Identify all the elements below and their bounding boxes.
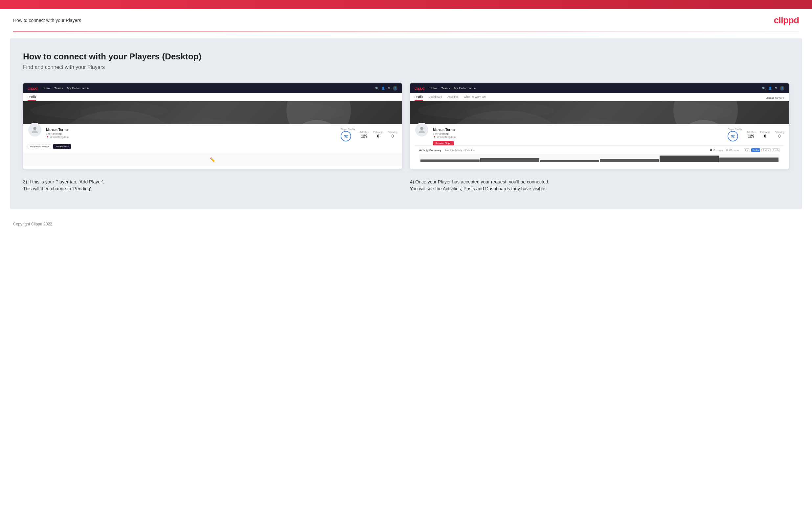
activity-summary: Activity Summary Monthly Activity - 6 Mo… bbox=[414, 146, 784, 165]
main-content: How to connect with your Players (Deskto… bbox=[10, 39, 802, 209]
caption-left-text: 3) If this is your Player tap, 'Add Play… bbox=[23, 178, 402, 192]
offcourse-legend-label: Off course bbox=[729, 149, 739, 151]
filter-1yr[interactable]: 1 yr bbox=[744, 148, 750, 152]
activities-label-left: Activities bbox=[360, 131, 369, 133]
main-subtitle: Find and connect with your Players bbox=[23, 64, 789, 70]
following-value-left: 0 bbox=[388, 134, 398, 138]
oncourse-legend-dot bbox=[710, 149, 712, 151]
quality-stat-right: Player Quality 92 bbox=[727, 128, 742, 142]
caption-right-text: 4) Once your Player has accepted your re… bbox=[410, 178, 789, 192]
svg-point-6 bbox=[673, 101, 738, 124]
activities-label-right: Activities bbox=[747, 131, 756, 133]
nav-performance-left: My Performance bbox=[67, 87, 89, 90]
tab-dashboard-right[interactable]: Dashboard bbox=[428, 95, 442, 101]
nav-home-left: Home bbox=[42, 87, 50, 90]
avatar-left bbox=[28, 123, 42, 137]
activity-chart bbox=[419, 154, 780, 162]
add-player-button[interactable]: Add Player + bbox=[53, 144, 71, 149]
chart-bar-3 bbox=[540, 160, 599, 162]
nav-teams-right: Teams bbox=[441, 87, 450, 90]
tab-activities-right[interactable]: Activities bbox=[447, 95, 459, 101]
app-navbar-right: clippd Home Teams My Performance 🔍 👤 ⚙ 👤 bbox=[410, 83, 789, 93]
profile-row-left: Marcus Turner 1-5 Handicap 📍 United King… bbox=[28, 128, 398, 142]
nav-home-right: Home bbox=[429, 87, 437, 90]
tabs-group-right: Profile Dashboard Activities What To Wor… bbox=[414, 95, 486, 101]
oncourse-legend-label: On course bbox=[713, 149, 723, 151]
quality-label-right: Player Quality bbox=[727, 128, 742, 130]
tab-whattoon-right[interactable]: What To Work On bbox=[464, 95, 486, 101]
nav-performance-right: My Performance bbox=[454, 87, 476, 90]
offcourse-legend-dot bbox=[726, 149, 728, 151]
activity-header: Activity Summary Monthly Activity - 6 Mo… bbox=[419, 148, 780, 152]
player-handicap-right: 1-5 Handicap bbox=[433, 132, 721, 135]
activities-value-left: 129 bbox=[360, 134, 369, 138]
svg-point-2 bbox=[287, 101, 351, 124]
action-buttons-left: Request to Follow Add Player + bbox=[28, 144, 398, 149]
player-info-left: Marcus Turner 1-5 Handicap 📍 United King… bbox=[46, 128, 334, 138]
captions-row: 3) If this is your Player tap, 'Add Play… bbox=[23, 178, 789, 192]
request-follow-button[interactable]: Request to Follow bbox=[28, 144, 51, 149]
player-name-left: Marcus Turner bbox=[46, 128, 334, 131]
activities-stat-right: Activities 129 bbox=[747, 131, 756, 138]
profile-banner-right bbox=[410, 101, 789, 124]
header-divider bbox=[13, 32, 799, 32]
chart-bar-4 bbox=[600, 159, 659, 162]
filter-3mths[interactable]: 3 mths bbox=[761, 148, 771, 152]
chevron-down-icon: ▾ bbox=[783, 97, 784, 100]
svg-point-3 bbox=[33, 127, 36, 130]
app-nav-icons-right: 🔍 👤 ⚙ 👤 bbox=[762, 86, 784, 91]
chart-bar-2 bbox=[480, 158, 539, 162]
followers-value-right: 0 bbox=[760, 134, 770, 138]
followers-label-left: Followers bbox=[373, 131, 383, 133]
main-title: How to connect with your Players (Deskto… bbox=[23, 52, 789, 62]
followers-stat-left: Followers 0 bbox=[373, 131, 383, 138]
search-icon-right: 🔍 bbox=[762, 87, 766, 90]
stats-row-left: Player Quality 92 Activities 129 Followe… bbox=[341, 128, 398, 142]
header: How to connect with your Players clippd bbox=[0, 9, 812, 32]
profile-section-left: Marcus Turner 1-5 Handicap 📍 United King… bbox=[23, 124, 402, 153]
user-icon-left: 👤 bbox=[382, 87, 385, 90]
tab-profile-right[interactable]: Profile bbox=[414, 95, 423, 101]
followers-value-left: 0 bbox=[373, 134, 383, 138]
activity-title-group: Activity Summary Monthly Activity - 6 Mo… bbox=[419, 149, 475, 152]
following-label-right: Following bbox=[774, 131, 784, 133]
filter-6mths[interactable]: 6 mths bbox=[751, 148, 760, 152]
player-info-right: Marcus Turner 1-5 Handicap 📍 United King… bbox=[433, 128, 721, 146]
svg-point-7 bbox=[420, 127, 423, 130]
user-dropdown-right[interactable]: Marcus Turner ▾ bbox=[765, 97, 784, 100]
following-label-left: Following bbox=[388, 131, 398, 133]
followers-label-right: Followers bbox=[760, 131, 770, 133]
svg-point-4 bbox=[467, 101, 732, 124]
footer: Copyright Clippd 2022 bbox=[0, 215, 812, 233]
stats-row-right: Player Quality 92 Activities 129 Followe… bbox=[727, 128, 784, 142]
quality-label-left: Player Quality bbox=[341, 128, 355, 130]
quality-circle-right: 92 bbox=[727, 131, 738, 142]
top-bar bbox=[0, 0, 812, 9]
remove-player-button[interactable]: Remove Player bbox=[433, 141, 454, 146]
profile-row-right: Marcus Turner 1-5 Handicap 📍 United King… bbox=[414, 128, 784, 146]
caption-left: 3) If this is your Player tap, 'Add Play… bbox=[23, 178, 402, 192]
chart-bar-6 bbox=[719, 158, 778, 162]
quality-stat-left: Player Quality 92 bbox=[341, 128, 355, 142]
nav-teams-left: Teams bbox=[54, 87, 63, 90]
edit-icon: ✏️ bbox=[210, 157, 215, 162]
user-icon-right: 👤 bbox=[768, 87, 772, 90]
chart-bar-1 bbox=[420, 160, 479, 162]
activities-value-right: 129 bbox=[747, 134, 756, 138]
app-nav-icons-left: 🔍 👤 ⚙ 👤 bbox=[375, 86, 398, 91]
location-icon-left: 📍 bbox=[46, 136, 49, 138]
app-tabs-right: Profile Dashboard Activities What To Wor… bbox=[410, 93, 789, 101]
app-nav-items-left: Home Teams My Performance bbox=[42, 87, 370, 90]
settings-icon-left: ⚙ bbox=[388, 87, 390, 90]
app-logo-left: clippd bbox=[28, 86, 37, 90]
svg-point-1 bbox=[31, 101, 167, 119]
page-title: How to connect with your Players bbox=[13, 18, 81, 23]
settings-icon-right: ⚙ bbox=[774, 87, 777, 90]
following-value-right: 0 bbox=[774, 134, 784, 138]
profile-section-right: Marcus Turner 1-5 Handicap 📍 United King… bbox=[410, 124, 789, 169]
player-location-right: 📍 United Kingdom bbox=[433, 135, 721, 138]
tab-profile-left[interactable]: Profile bbox=[28, 95, 36, 101]
app-tabs-left: Profile bbox=[23, 93, 402, 101]
caption-right: 4) Once your Player has accepted your re… bbox=[410, 178, 789, 192]
filter-1mth[interactable]: 1 mth bbox=[772, 148, 780, 152]
